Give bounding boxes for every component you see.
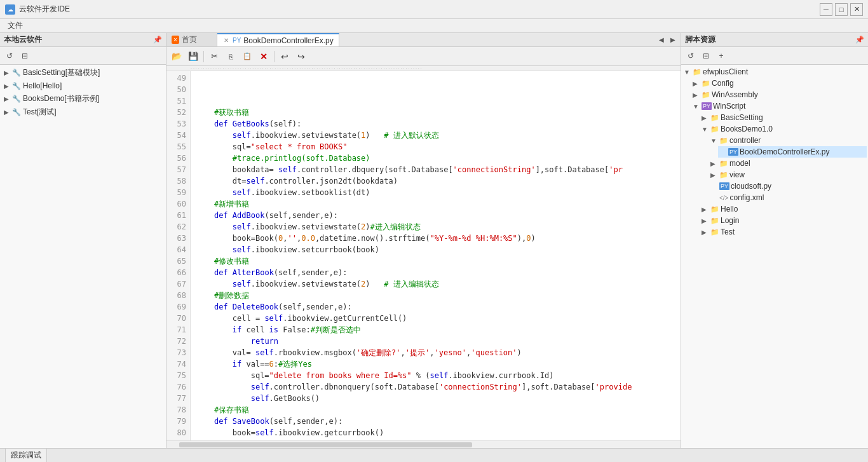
menu-bar: 文件 [0,19,868,33]
expand-icon: ▶ [702,114,709,121]
code-editor[interactable]: #获取书籍 def GetBooks(self): self.ibookview… [191,71,681,440]
copy-button[interactable]: ⎘ [223,50,238,64]
expand-icon [710,194,718,201]
rtree-label: Login [721,216,739,225]
tree-label: BooksDemo[书籍示例] [23,93,99,104]
tab-home[interactable]: × 首页 [166,33,217,46]
rtree-bookdemocontrollerex[interactable]: PY BookDemoControllerEx.py [718,146,867,158]
rtree-booksdemo1[interactable]: ▼ 📁 BooksDemo1.0 [700,123,867,135]
tree-label: Test[测试] [23,107,57,118]
folder-icon: 🔧 [11,81,22,91]
minimize-button[interactable]: ─ [820,3,832,16]
tab-home-label: 首页 [182,34,197,45]
rtree-test[interactable]: ▶ 📁 Test [700,226,867,238]
expand-icon [719,149,727,156]
undo-button[interactable]: ↩ [277,50,292,64]
save-file-button[interactable]: 💾 [186,50,201,64]
sep1 [203,51,204,62]
tab-editor[interactable]: ✕ PY BookDemoControllerEx.py [217,33,339,46]
expand-icon: ▼ [702,126,709,133]
right-toolbar: ↺ ⊟ + [681,47,868,65]
delete-button[interactable]: ✕ [256,50,271,64]
rtree-label: Config [712,79,734,88]
expand-icon: ▼ [710,137,718,144]
collapse-button[interactable]: ⊟ [18,50,32,62]
rtree-model[interactable]: ▶ 📁 model [709,158,867,169]
rtree-winscript[interactable]: ▼ PY WinScript [691,100,867,112]
cut-button[interactable]: ✂ [207,50,222,64]
expand-icon: ▶ [3,95,10,103]
tree-item-booksdemo[interactable]: ▶ 🔧 BooksDemo[书籍示例] [1,92,165,105]
rtree-hello[interactable]: ▶ 📁 Hello [700,203,867,215]
right-refresh-button[interactable]: ↺ [684,50,698,62]
title-bar: ☁ 云软件开发IDE ─ □ ✕ [0,0,868,19]
rtree-login[interactable]: ▶ 📁 Login [700,215,867,226]
open-file-button[interactable]: 📂 [169,50,184,64]
rtree-controller[interactable]: ▼ 📁 controller [709,135,867,146]
folder-icon: 🔧 [11,107,22,118]
line-numbers: 4950515253 5455565758 5960616263 6465666… [166,71,191,440]
expand-icon: ▶ [693,92,700,99]
rtree-children-booksdemo1: ▼ 📁 controller PY BookDemoControllerEx.p… [700,135,867,203]
tree-item-hello[interactable]: ▶ 🔧 Hello[Hello] [1,79,165,92]
expand-icon: ▶ [702,217,709,224]
rtree-winassembly[interactable]: ▶ 📁 WinAssembly [691,89,867,100]
rtree-cloudsoftpy[interactable]: PY cloudsoft.py [709,180,867,192]
paste-button[interactable]: 📋 [240,50,255,64]
right-panel-title: 脚本资源 [685,34,715,45]
expand-icon: ▼ [684,69,691,76]
left-panel-title: 本地云软件 [4,34,42,45]
rtree-label: Test [721,228,735,236]
expand-icon: ▼ [693,103,700,110]
tab-editor-close-icon[interactable]: ✕ [222,36,230,44]
expand-icon: ▶ [702,229,709,236]
debug-button[interactable]: 跟踪调试 [5,448,47,462]
rtree-configxml[interactable]: </> config.xml [709,192,867,203]
expand-icon: ▶ [693,80,700,87]
left-panel-header: 本地云软件 📌 [0,33,166,47]
rtree-label: BasicSetting [721,113,763,122]
rtree-config[interactable]: ▶ 📁 Config [691,78,867,89]
rtree-basicsetting[interactable]: ▶ 📁 BasicSetting [700,112,867,123]
rtree-label: view [729,170,745,179]
expand-icon: ▶ [3,69,10,77]
tab-nav: ◀ ▶ [654,33,681,46]
right-add-button[interactable]: + [714,50,728,62]
rtree-label: BooksDemo1.0 [721,125,773,133]
resource-tree: ▼ 📁 efwplusClient ▶ 📁 Config ▶ 📁 WinAsse… [681,65,868,448]
tab-py-icon: PY [233,37,241,44]
folder-icon: 🔧 [11,68,22,78]
right-collapse-button[interactable]: ⊟ [699,50,713,62]
rtree-label: controller [729,136,761,145]
rtree-label: model [729,159,750,168]
left-panel-toolbar: ↺ ⊟ [0,47,166,65]
folder-icon: 🔧 [11,94,22,104]
refresh-button[interactable]: ↺ [3,50,17,62]
tab-nav-left[interactable]: ◀ [656,35,667,45]
tab-nav-right[interactable]: ▶ [668,35,678,45]
tree-item-basicsetting[interactable]: ▶ 🔧 BasicSetting[基础模块] [1,66,165,79]
rtree-view[interactable]: ▶ 📁 view [709,169,867,180]
bottom-bar: 跟踪调试 [0,448,868,462]
rtree-label: cloudsoft.py [731,182,771,191]
tree-label: Hello[Hello] [23,81,62,90]
editor-toolbar: 📂 💾 ✂ ⎘ 📋 ✕ ↩ ↪ [166,47,681,66]
rtree-efwplusclient[interactable]: ▼ 📁 efwplusClient [682,66,867,78]
redo-button[interactable]: ↪ [294,50,309,64]
tab-bar: × 首页 ✕ PY BookDemoControllerEx.py ◀ ▶ [166,33,681,47]
tree-item-test[interactable]: ▶ 🔧 Test[测试] [1,105,165,119]
rtree-children-winscript: ▶ 📁 BasicSetting ▼ 📁 BooksDemo1.0 ▼ [691,112,867,238]
expand-icon [710,183,718,190]
rtree-label: efwplusClient [703,67,748,76]
expand-icon: ▶ [710,172,718,179]
expand-icon: ▶ [3,82,10,90]
right-pin-icon[interactable]: 📌 [855,36,864,44]
maximize-button[interactable]: □ [835,3,848,16]
pin-icon[interactable]: 📌 [153,36,162,44]
expand-icon: ▶ [710,160,718,167]
close-button[interactable]: ✕ [850,3,863,16]
window-controls: ─ □ ✕ [820,3,863,16]
right-panel-header: 脚本资源 📌 [681,33,868,47]
horizontal-scrollbar[interactable] [166,440,681,448]
menu-file[interactable]: 文件 [3,19,28,32]
